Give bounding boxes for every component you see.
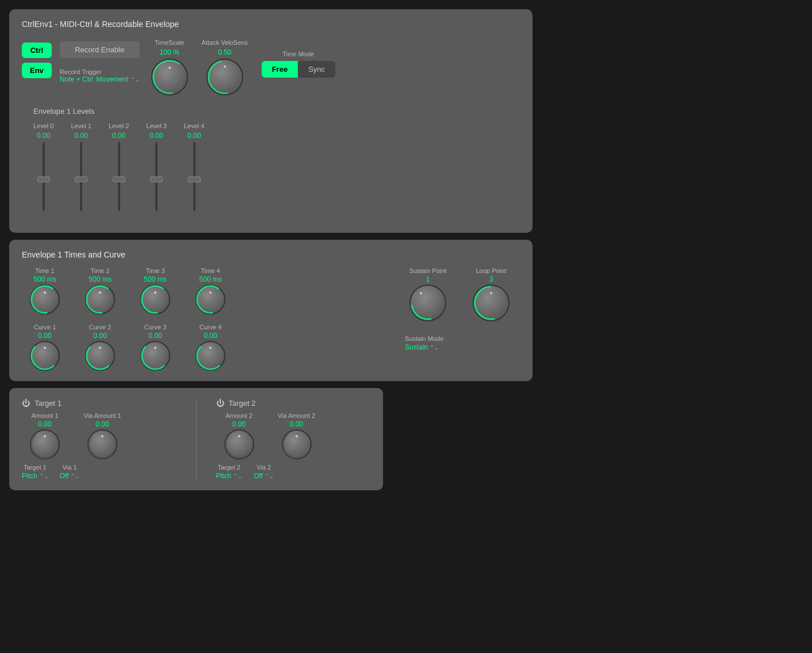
middle-panel-title: Envelope 1 Times and Curve xyxy=(22,250,520,259)
loop-point-label: Loop Point xyxy=(476,267,507,274)
svg-point-11 xyxy=(472,283,511,322)
via-amount-2-group: Via Amount 2 0.00 xyxy=(274,412,320,459)
via-1-chevron-icon: ⌃⌄ xyxy=(70,473,79,479)
svg-point-8 xyxy=(139,340,171,372)
level-3-label: Level 3 xyxy=(146,122,166,129)
bottom-panel: ⏻ Target 1 Amount 1 0.00 xyxy=(9,388,383,490)
amount-2-knob[interactable] xyxy=(224,429,254,459)
target-1-power-icon[interactable]: ⏻ xyxy=(22,398,30,408)
level-0-slider[interactable] xyxy=(43,142,45,222)
target-2-dropdown-label: Target 2 xyxy=(217,464,240,471)
level-4-value: 0.00 xyxy=(187,132,201,140)
time-2-group: Time 2 500 ms xyxy=(77,267,123,314)
time-1-label: Time 1 xyxy=(35,267,54,274)
target-2-power-icon[interactable]: ⏻ xyxy=(216,398,224,408)
amount-1-knob[interactable] xyxy=(30,429,60,459)
svg-point-7 xyxy=(84,340,116,372)
sustain-point-value: 1 xyxy=(426,275,430,283)
sustain-mode-group: Sustain Mode Sustain ⌃⌄ xyxy=(405,335,520,351)
time-1-value: 500 ms xyxy=(33,275,56,283)
time-2-value: 500 ms xyxy=(89,275,111,283)
record-trigger-value[interactable]: Note + Ctrl Movement ⌃⌄ xyxy=(60,75,140,83)
level-3-slider[interactable] xyxy=(155,142,158,222)
target-2-section: ⏻ Target 2 Amount 2 0.00 xyxy=(216,398,371,480)
time-3-value: 500 ms xyxy=(144,275,166,283)
target-1-label: Target 1 xyxy=(35,399,62,408)
time-3-label: Time 3 xyxy=(145,267,164,274)
target-1-section: ⏻ Target 1 Amount 1 0.00 xyxy=(22,398,177,480)
time-mode-label: Time Mode xyxy=(283,51,315,57)
level-4-item: Level 4 0.00 xyxy=(184,122,204,222)
target-2-dropdown[interactable]: Target 2 Pitch ⌃⌄ xyxy=(216,464,243,480)
target-1-dropdown-label: Target 1 xyxy=(24,464,47,471)
curve-2-label: Curve 2 xyxy=(89,324,112,331)
curve-4-label: Curve 4 xyxy=(200,324,222,331)
level-1-label: Level 1 xyxy=(71,122,91,129)
curve-1-value: 0.00 xyxy=(38,332,51,340)
svg-point-9 xyxy=(194,340,227,372)
curve-2-knob[interactable] xyxy=(85,341,115,371)
svg-point-12 xyxy=(29,428,61,460)
sustain-mode-dropdown[interactable]: Sustain ⌃⌄ xyxy=(405,343,439,351)
curve-4-value: 0.00 xyxy=(204,332,217,340)
level-1-value: 0.00 xyxy=(75,132,88,140)
ctrl-button[interactable]: Ctrl xyxy=(22,43,52,58)
level-2-slider[interactable] xyxy=(118,142,120,222)
timescale-knob[interactable] xyxy=(151,59,188,95)
curve-3-knob[interactable] xyxy=(140,341,170,371)
amount-1-value: 0.00 xyxy=(38,420,51,428)
via-amount-1-value: 0.00 xyxy=(95,420,109,428)
via-2-label: Via 2 xyxy=(256,464,271,471)
amount-1-group: Amount 1 0.00 xyxy=(22,412,68,459)
sustain-point-group: Sustain Point 1 xyxy=(405,267,451,321)
level-0-label: Level 0 xyxy=(33,122,53,129)
time-2-knob[interactable] xyxy=(85,285,115,314)
curve-3-value: 0.00 xyxy=(148,332,162,340)
top-panel: CtrlEnv1 - MIDI-Ctrl & Recordable Envelo… xyxy=(9,9,533,233)
curve-4-knob[interactable] xyxy=(196,341,225,371)
amount-1-label: Amount 1 xyxy=(31,412,58,419)
via-amount-2-knob[interactable] xyxy=(282,429,312,459)
level-1-item: Level 1 0.00 xyxy=(71,122,91,222)
level-2-value: 0.00 xyxy=(112,132,125,140)
level-4-slider[interactable] xyxy=(193,142,196,222)
record-enable-button[interactable]: Record Enable xyxy=(60,41,140,58)
via-amount-1-knob[interactable] xyxy=(87,429,117,459)
loop-point-knob[interactable] xyxy=(473,285,510,321)
via-1-dropdown[interactable]: Via 1 Off ⌃⌄ xyxy=(60,464,80,480)
level-1-slider[interactable] xyxy=(80,142,82,222)
target-1-dropdown[interactable]: Target 1 Pitch ⌃⌄ xyxy=(22,464,48,480)
sustain-mode-label: Sustain Mode xyxy=(405,335,443,342)
time-1-group: Time 1 500 ms xyxy=(22,267,68,314)
svg-point-10 xyxy=(408,283,447,322)
attack-velo-knob[interactable] xyxy=(206,59,243,95)
target-2-dropdown-value: Pitch xyxy=(216,472,232,480)
svg-point-3 xyxy=(84,283,116,316)
level-2-item: Level 2 0.00 xyxy=(109,122,129,222)
amount-2-value: 0.00 xyxy=(232,420,246,428)
level-2-label: Level 2 xyxy=(109,122,129,129)
svg-point-0 xyxy=(150,57,189,97)
curve-3-group: Curve 3 0.00 xyxy=(132,324,178,371)
svg-point-5 xyxy=(194,283,227,316)
sync-button[interactable]: Sync xyxy=(298,61,335,78)
via-2-dropdown[interactable]: Via 2 Off ⌃⌄ xyxy=(254,464,274,480)
level-3-item: Level 3 0.00 xyxy=(146,122,166,222)
curve-1-knob[interactable] xyxy=(30,341,60,371)
time-1-knob[interactable] xyxy=(30,285,60,314)
free-button[interactable]: Free xyxy=(262,61,298,78)
curve-4-group: Curve 4 0.00 xyxy=(187,324,233,371)
env-button[interactable]: Env xyxy=(22,63,52,78)
curve-2-group: Curve 2 0.00 xyxy=(77,324,123,371)
time-4-value: 500 ms xyxy=(199,275,221,283)
sustain-point-knob[interactable] xyxy=(409,285,446,321)
level-0-value: 0.00 xyxy=(37,132,50,140)
time-3-knob[interactable] xyxy=(140,285,170,314)
curve-3-label: Curve 3 xyxy=(144,324,167,331)
amount-2-label: Amount 2 xyxy=(225,412,252,419)
svg-point-2 xyxy=(29,283,61,316)
time-4-knob[interactable] xyxy=(196,285,225,314)
curve-1-label: Curve 1 xyxy=(34,324,56,331)
loop-point-value: 3 xyxy=(489,275,493,283)
timescale-value: 100 % xyxy=(160,48,179,56)
